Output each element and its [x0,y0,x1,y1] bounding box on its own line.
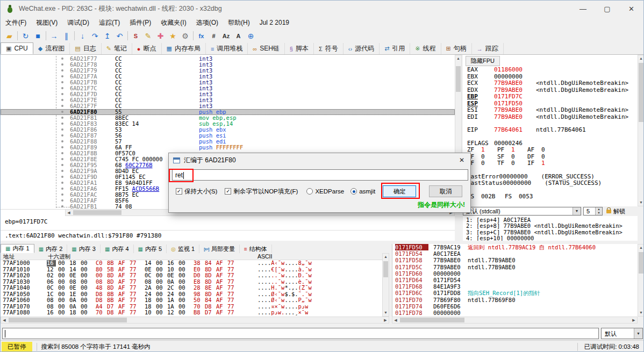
tab-log[interactable]: ▤日志 [70,43,101,54]
scroll-thumb[interactable] [400,318,464,322]
dump-h-scrollbar[interactable]: ◀ ▶ [1,317,389,324]
breakpoint-dot[interactable] [61,117,63,119]
scroll-thumb[interactable] [73,210,121,215]
register-row[interactable]: EBP0171FD7C [463,94,638,100]
tab-seh-chain[interactable]: ∞SEH链 [248,43,285,54]
keep-size-checkbox[interactable] [176,188,182,195]
scroll-right-icon[interactable]: ▶ [382,317,389,323]
open-file-icon[interactable]: ▰ [3,30,16,41]
execute-till-return-icon[interactable]: ↥ [101,30,113,41]
memory-dump-pane[interactable]: 地址 十六进制 ASCII 77AF100016001800C08BAF7714… [1,253,382,317]
favourites-icon[interactable]: ★ [167,30,179,41]
menu-item[interactable]: 插件(P) [125,17,156,29]
stop-debug-icon[interactable]: ■ [32,30,44,41]
stack-h-scrollbar[interactable]: ◀ ▶ [392,317,638,324]
scroll-thumb[interactable] [639,252,643,274]
chevron-down-icon[interactable]: ▼ [573,207,581,215]
step-back-icon[interactable]: ↶ [113,30,126,41]
menu-item[interactable]: 选项(O) [191,17,223,29]
scroll-left-icon[interactable]: ◀ [1,317,8,323]
scroll-thumb[interactable] [456,66,461,92]
disasm-row[interactable]: 6AD21F896A FFpush FFFFFFFF [1,145,455,150]
dialog-close-icon[interactable]: ✕ [453,156,470,164]
breakpoint-dot[interactable] [61,205,63,207]
disasm-row[interactable]: 6AD21F7CCCint3 [1,85,455,91]
dump-row[interactable]: 77AF106008000A00D88BAF7718001A005084AF77… [1,297,382,304]
menu-item[interactable]: 文件(F) [1,17,31,29]
disasm-row[interactable]: 6AD21F7BCCint3 [1,80,455,85]
breakpoint-dot[interactable] [61,176,63,178]
dialog-title-bar[interactable]: 汇编于 6AD21F80 ✕ [169,153,470,167]
disasm-row[interactable]: 6AD21F8756push esi [1,133,455,139]
nop-fill-label[interactable]: 剩余字节以NOP填充(F) [233,188,298,196]
stack-row[interactable]: 0171FD74D60FE6D6 [392,303,638,310]
menu-item[interactable]: 帮助(H) [223,17,255,29]
tab-struct[interactable]: ≡结构体 [240,245,272,253]
register-row[interactable]: CF0TF0IF1 [463,160,638,167]
scroll-down-icon[interactable]: ▼ [638,310,644,316]
stack-row[interactable]: 0171FD5877B9ABE0ntdll.77B9ABE0 [392,257,638,263]
register-row[interactable]: EAX01186000 [463,67,638,74]
scroll-down-icon[interactable]: ▼ [638,199,644,206]
instruction-input[interactable]: ret [172,169,468,181]
tab-notes[interactable]: ✎笔记 [102,43,132,54]
stepper-arrows-icon[interactable]: ▲▼ [595,207,602,215]
tab-handles[interactable]: ⊞句柄 [441,43,472,54]
breakpoint-dot[interactable] [61,87,63,89]
breakpoint-dot[interactable] [61,69,63,71]
arguments-pane[interactable]: 1: [esp+4] A0C17EEA2: [esp+8] 77B9ABE0 <… [463,216,638,241]
scroll-up-icon[interactable]: ▲ [455,55,461,62]
notes-icon[interactable]: ✎ [142,30,154,41]
scroll-left-icon[interactable]: ◀ [66,210,72,215]
dump-row[interactable]: 77AF10400C000E00488DAF772A002C00288EAF77… [1,285,382,291]
breakpoint-dot[interactable] [61,146,63,148]
step-over-icon[interactable]: ↷ [89,30,101,41]
calling-convention-dropdown[interactable]: 默认 (stdcall) ▼ [463,207,581,215]
breakpoint-dot[interactable] [61,58,63,60]
dump-row[interactable]: 77AF10801600180070D8AF7710001200B8D7AF77… [1,310,382,316]
nop-fill-checkbox[interactable] [225,188,231,195]
register-row[interactable]: OF0SF0DF0 [463,154,638,161]
tab-script[interactable]: §脚本 [285,43,314,54]
stack-row[interactable]: 0171FD6884E1A9F3 [392,283,638,290]
assemble-text-icon[interactable]: A [232,30,245,41]
breakpoint-dot[interactable] [61,164,63,166]
scroll-down-icon[interactable]: ▼ [383,310,389,316]
title-bar[interactable]: WeChat.exe - PID: 263C - 模块: wechatwin.d… [1,1,643,17]
breakpoint-dot[interactable] [61,140,63,142]
find-strings-icon[interactable]: Az [220,30,232,41]
menu-item[interactable]: 追踪(T) [94,17,125,29]
dump-scrollbar[interactable]: ▲ ▼ [382,253,389,317]
scroll-thumb[interactable] [383,261,388,277]
scylla-icon[interactable]: S [130,30,142,41]
register-row[interactable]: EFLAGS00000246 [463,140,638,147]
breakpoint-dot[interactable] [61,75,63,77]
language-icon[interactable]: ⊕ [245,30,257,41]
close-button[interactable]: ✕ [619,1,643,17]
tab-trace[interactable]: →跟踪 [472,43,504,54]
breakpoint-dot[interactable] [61,63,63,66]
chevron-down-icon[interactable]: ▼ [634,328,642,339]
stack-row[interactable]: 0171FD54A0C17EEA [392,250,638,257]
breakpoint-dot[interactable] [61,199,63,202]
xedparse-radio[interactable] [306,188,313,195]
stack-row[interactable]: 0171FD6000000000 [392,270,638,277]
tab-symbols[interactable]: Σ符号 [314,43,344,54]
maximize-button[interactable]: ▢ [595,1,619,17]
disasm-row[interactable]: 6AD21F7DCCint3 [1,91,455,97]
tab-source[interactable]: ‹›源代码 [344,43,380,54]
breakpoint-dot[interactable] [61,188,63,190]
menu-item[interactable]: 调试(D) [62,17,94,29]
run-icon[interactable]: → [48,30,60,41]
pause-icon[interactable]: ∥ [60,30,73,41]
scroll-up-icon[interactable]: ▲ [638,245,644,251]
breakpoint-dot[interactable] [61,93,63,95]
breakpoint-dot[interactable] [61,182,63,184]
arg-count-stepper[interactable]: 5 ▲▼ [583,207,603,215]
command-input[interactable] [2,328,599,339]
disasm-row[interactable]: 6AD21F78CCint3 [1,62,455,68]
tab-memory-map[interactable]: ▦内存布局 [162,43,206,54]
tab-memory-2[interactable]: ▦内存 2 [34,245,68,253]
register-row[interactable]: LastStatus00000000(STATUS_SUCCESS) [463,180,638,187]
menu-item[interactable]: 视图(V) [31,17,62,29]
